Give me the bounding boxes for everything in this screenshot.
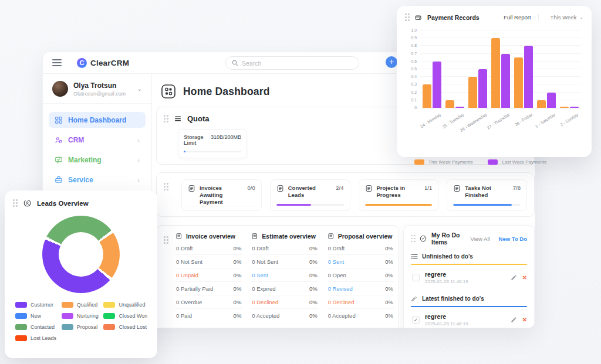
stat-top: Converted Leads2/4 bbox=[276, 185, 344, 199]
stat-label: Invoices Awaiting Payment bbox=[200, 185, 244, 206]
stat-card-invoices-awaiting-payment[interactable]: Invoices Awaiting Payment0/0 bbox=[181, 179, 262, 211]
app-logo-text: ClearCRM bbox=[90, 59, 129, 67]
checkbox-unchecked[interactable] bbox=[412, 274, 420, 281]
legend-swatch bbox=[488, 159, 498, 165]
stat-progress-fill bbox=[365, 204, 433, 206]
overview-row[interactable]: 0 Draft0% bbox=[175, 241, 242, 255]
profile-email: Olatrocun@gmail.com bbox=[73, 91, 126, 97]
stat-value: 7/8 bbox=[513, 185, 521, 191]
search-bar[interactable] bbox=[225, 56, 359, 70]
drag-handle-icon[interactable] bbox=[13, 199, 18, 207]
pencil-check-icon bbox=[411, 295, 418, 302]
overview-row-value: 0% bbox=[385, 299, 393, 305]
sidebar-item-home-dashboard[interactable]: Home Dashboard bbox=[49, 112, 146, 128]
stat-label: Tasks Not Finished bbox=[465, 185, 509, 199]
stat-card-converted-leads[interactable]: Converted Leads2/4 bbox=[270, 179, 350, 211]
bar-this-week bbox=[423, 84, 431, 108]
sidebar-item-service[interactable]: Service‹ bbox=[49, 172, 146, 188]
overview-row[interactable]: 0 Paid0% bbox=[175, 309, 242, 322]
search-input[interactable] bbox=[242, 60, 336, 67]
overview-row[interactable]: 0 Open0% bbox=[327, 268, 394, 282]
leads-legend-swatch bbox=[15, 324, 27, 330]
todo-item: regrere2025-01-28 11:46:19✕ bbox=[411, 265, 527, 288]
bar-this-week bbox=[445, 100, 454, 108]
marketing-icon bbox=[55, 156, 63, 164]
todo-item-date: 2025-01-28 11:46:19 bbox=[425, 279, 505, 284]
todo-section-title: Unfinished to do's bbox=[422, 253, 473, 260]
drag-handle-icon[interactable] bbox=[164, 236, 168, 328]
payment-chart-legend: This Week PaymentsLast Week Payments bbox=[414, 159, 583, 165]
overview-row[interactable]: 0 Draft0% bbox=[327, 241, 394, 255]
y-axis-tick-label: 1.0 bbox=[405, 28, 417, 32]
overview-row-label: 0 Accepted bbox=[328, 312, 356, 319]
overview-row[interactable]: 0 Sent0% bbox=[251, 268, 318, 282]
drag-handle-icon[interactable] bbox=[164, 115, 168, 123]
todo-section-label: Unfinished to do's bbox=[411, 253, 527, 264]
overview-row[interactable]: 0 Accepted0% bbox=[327, 309, 394, 322]
profile-menu[interactable]: Olya Trotsun Olatrocun@gmail.com ⌄ bbox=[43, 74, 151, 104]
overview-row[interactable]: 0 Partially Paid0% bbox=[175, 282, 242, 295]
gridline bbox=[420, 45, 581, 46]
stat-card-icon bbox=[453, 185, 461, 192]
overview-row[interactable]: 0 Not Sent0% bbox=[175, 255, 242, 268]
view-all-link[interactable]: View All bbox=[471, 236, 490, 242]
full-report-link[interactable]: Full Report bbox=[504, 14, 538, 21]
proposal-icon bbox=[327, 233, 335, 240]
stat-value: 2/4 bbox=[336, 185, 343, 191]
overview-row-value: 0% bbox=[234, 272, 242, 278]
overview-row-value: 0% bbox=[309, 245, 318, 251]
drag-handle-icon[interactable] bbox=[164, 183, 168, 190]
leads-legend-swatch bbox=[62, 324, 73, 330]
overview-row[interactable]: 0 Not Sent0% bbox=[251, 255, 318, 268]
delete-x-icon[interactable]: ✕ bbox=[522, 274, 527, 281]
overview-row[interactable]: 0 Draft0% bbox=[251, 241, 318, 255]
stat-card-projects-in-progress[interactable]: Projects in Progress1/1 bbox=[359, 179, 439, 211]
hamburger-menu-icon[interactable] bbox=[52, 59, 62, 66]
overview-row[interactable]: 0 Expired0% bbox=[251, 282, 318, 295]
sidebar-item-marketing[interactable]: Marketing‹ bbox=[49, 152, 146, 168]
gridline bbox=[420, 61, 581, 62]
sidebar-item-label: Home Dashboard bbox=[68, 116, 126, 124]
overview-row[interactable]: 0 Declined0% bbox=[327, 295, 394, 309]
stat-card-tasks-not-finished[interactable]: Tasks Not Finished7/8 bbox=[447, 179, 527, 211]
gridline bbox=[420, 38, 581, 38]
overview-row-label: 0 Draft bbox=[252, 245, 269, 251]
new-todo-link[interactable]: New To Do bbox=[499, 236, 527, 242]
chevron-collapsed-icon: ‹ bbox=[137, 157, 140, 164]
y-axis-tick-label: 0.6 bbox=[405, 59, 417, 63]
app-logo[interactable]: C ClearCRM bbox=[77, 58, 129, 68]
overview-row-label: 0 Unpaid bbox=[176, 272, 198, 278]
bar-this-week bbox=[514, 57, 523, 108]
edit-pencil-icon[interactable] bbox=[511, 317, 517, 323]
overview-row[interactable]: 0 Accepted0% bbox=[251, 309, 318, 322]
overview-row-label: 0 Expired bbox=[252, 285, 275, 292]
week-range-dropdown[interactable]: This Week ⌄ bbox=[551, 14, 583, 21]
drag-handle-icon[interactable] bbox=[411, 235, 416, 243]
add-new-button[interactable]: + bbox=[386, 56, 397, 68]
overview-row-label: 0 Open bbox=[328, 272, 346, 278]
drag-handle-icon[interactable] bbox=[405, 13, 410, 21]
sidebar-item-crm[interactable]: CRM‹ bbox=[49, 132, 146, 148]
page-title-text: Home Dashboard bbox=[183, 86, 270, 98]
overview-row[interactable]: 0 Revised0% bbox=[327, 282, 394, 295]
leads-legend-item: Nurturing bbox=[62, 313, 99, 319]
bar-last-week bbox=[547, 93, 556, 108]
leads-legend-label: Contacted bbox=[31, 324, 55, 330]
leads-legend-swatch bbox=[15, 335, 27, 341]
checkbox-checked[interactable]: ✓ bbox=[412, 316, 420, 324]
stat-top: Projects in Progress1/1 bbox=[365, 185, 433, 199]
overview-row[interactable]: 0 Unpaid0% bbox=[175, 268, 242, 282]
overview-row[interactable]: 0 Overdue0% bbox=[175, 295, 242, 309]
avatar bbox=[52, 81, 68, 97]
overview-row[interactable]: 0 Sent0% bbox=[327, 255, 394, 268]
overview-column-proposal: Proposal overview0 Draft0%0 Sent0%0 Open… bbox=[327, 233, 394, 328]
crm-icon bbox=[55, 136, 63, 144]
stats-section: Invoices Awaiting Payment0/0Converted Le… bbox=[156, 172, 535, 217]
overview-columns: Invoice overview0 Draft0%0 Not Sent0%0 U… bbox=[175, 233, 394, 328]
edit-pencil-icon[interactable] bbox=[511, 274, 517, 281]
todo-item-name: regrere bbox=[425, 271, 505, 278]
overview-row[interactable]: 0 Declined0% bbox=[251, 295, 318, 309]
overview-row-value: 0% bbox=[234, 245, 242, 251]
overview-title: Invoice overview bbox=[186, 233, 235, 240]
delete-x-icon[interactable]: ✕ bbox=[522, 317, 527, 323]
